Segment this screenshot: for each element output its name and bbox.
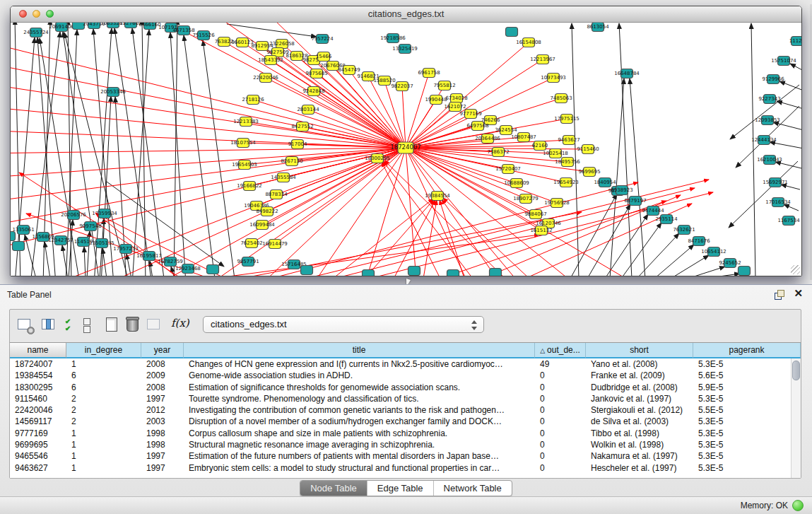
graph-node[interactable] (447, 270, 459, 276)
graph-node-label: 7957224 (311, 36, 334, 42)
column-header-short[interactable]: short (586, 343, 693, 358)
citation-edge[interactable] (227, 24, 317, 37)
citation-edge[interactable] (333, 199, 433, 276)
citation-edge[interactable] (630, 78, 645, 276)
select-columns-button[interactable]: ✔ ✔ (65, 318, 81, 334)
graph-node-label: 7485063 (550, 95, 572, 101)
citation-edge[interactable] (751, 23, 755, 276)
cell-year: 2003 (141, 416, 184, 427)
citation-edge[interactable] (671, 255, 709, 276)
citation-edge[interactable] (107, 23, 406, 148)
delete-column-button[interactable] (125, 317, 141, 332)
tab-network-table[interactable]: Network Table (433, 481, 512, 496)
graph-node[interactable] (408, 267, 420, 276)
citation-edge[interactable] (406, 107, 455, 148)
citation-edge[interactable] (170, 33, 186, 276)
citation-edge[interactable] (98, 214, 225, 276)
table-row[interactable]: 946362711997Embryonic stem cells: a mode… (10, 462, 801, 474)
table-selector-dropdown[interactable]: citations_edges.txt (203, 316, 484, 333)
citation-edge[interactable] (45, 242, 50, 276)
table-row[interactable]: 1830029562008Estimation of significance … (10, 382, 801, 393)
citation-edge[interactable] (704, 274, 740, 276)
citation-edge[interactable] (383, 161, 473, 276)
citation-edge[interactable] (730, 85, 799, 139)
sort-ascending-icon: △ (540, 347, 545, 354)
cell-out_degree: 0 (535, 416, 586, 427)
graph-node[interactable] (207, 265, 219, 274)
citation-edge[interactable] (605, 214, 648, 276)
graph-node[interactable] (363, 270, 375, 276)
tab-node-table[interactable]: Node Table (300, 481, 367, 496)
graph-node[interactable] (739, 267, 751, 276)
citation-nodes: 2435572420691406204371910653287152760264… (11, 23, 801, 276)
citation-edge[interactable] (406, 148, 474, 276)
column-header-pagerank[interactable]: pagerank (693, 343, 801, 358)
tab-edge-table[interactable]: Edge Table (367, 481, 433, 496)
citation-edge[interactable] (654, 245, 694, 276)
citation-edge[interactable] (126, 254, 131, 276)
graph-node[interactable] (13, 242, 25, 251)
window-resize-grip[interactable] (791, 265, 800, 274)
table-row[interactable]: 969969511998Structural magnetic resonanc… (10, 439, 801, 450)
column-header-title[interactable]: title (184, 343, 535, 358)
citation-edge[interactable] (308, 110, 406, 148)
create-column-button[interactable] (104, 317, 119, 332)
graph-node-label: 9857791 (237, 259, 259, 264)
graph-node[interactable] (301, 266, 313, 275)
table-row[interactable]: 1872400712008Changes of HCN gene express… (10, 358, 801, 370)
citation-edge[interactable] (184, 35, 216, 276)
citation-edge[interactable] (610, 78, 624, 276)
column-header-year[interactable]: year (141, 343, 184, 358)
window-title: citations_edges.txt (11, 6, 801, 22)
column-header-out-degree[interactable]: △out_de... (535, 343, 586, 358)
citation-edge[interactable] (102, 248, 107, 276)
close-traffic-light-icon[interactable] (19, 10, 27, 18)
table-mode-button[interactable] (17, 317, 33, 332)
citation-edge[interactable] (271, 60, 406, 148)
citation-edge[interactable] (203, 40, 235, 276)
table-row[interactable]: 946554611997Estimation of the future num… (10, 450, 801, 462)
citation-edge[interactable] (365, 199, 434, 276)
citation-edge[interactable] (306, 180, 709, 276)
graph-node[interactable] (490, 269, 502, 276)
column-header-name[interactable]: name (10, 343, 66, 358)
graph-node[interactable] (11, 232, 16, 241)
float-panel-icon[interactable] (775, 290, 784, 299)
table-row[interactable]: 1456911722003Disruption of a novel membe… (10, 416, 801, 427)
graph-node[interactable] (506, 28, 518, 37)
table-row[interactable]: 977716911998Corpus callosum shape and si… (10, 428, 801, 439)
row-height-button[interactable] (83, 317, 99, 333)
citation-edge[interactable] (773, 122, 801, 130)
table-vertical-scrollbar[interactable] (791, 358, 801, 478)
network-graph-canvas[interactable]: 2435572420691406204371910653287152760264… (11, 23, 801, 276)
zoom-traffic-light-icon[interactable] (46, 10, 54, 18)
table-row[interactable]: 1938455462009Genome-wide association stu… (10, 370, 801, 381)
citation-edge[interactable] (361, 148, 406, 276)
citation-edge[interactable] (406, 148, 418, 276)
scrollbar-thumb[interactable] (792, 361, 800, 380)
citation-edge[interactable] (440, 200, 464, 276)
graph-node-label: 19218586 (380, 35, 406, 41)
citation-edge[interactable] (406, 148, 437, 196)
citation-edge[interactable] (15, 23, 20, 276)
function-builder-button[interactable]: f(x) (171, 315, 187, 331)
citation-edge[interactable] (132, 28, 165, 276)
show-column-button[interactable] (41, 317, 57, 332)
column-header-in-degree[interactable]: in_degree (66, 343, 141, 358)
table-row[interactable]: 2242004622012Investigating the contribut… (10, 404, 801, 416)
cell-year: 1998 (141, 428, 184, 439)
citation-edge[interactable] (688, 267, 725, 276)
citation-edge[interactable] (11, 106, 406, 148)
citation-edge[interactable] (790, 64, 801, 71)
minimize-traffic-light-icon[interactable] (33, 10, 40, 18)
table-row[interactable]: 911546021997Tourette syndrome. Phenomeno… (10, 393, 801, 404)
close-panel-icon[interactable]: ✕ (794, 287, 803, 300)
citation-edge[interactable] (619, 23, 632, 276)
cell-name: 18300295 (10, 382, 66, 393)
citation-edge[interactable] (11, 40, 406, 148)
graph-node-label: 9227343 (758, 96, 780, 102)
citation-edge[interactable] (314, 91, 406, 148)
citation-edge[interactable] (440, 201, 666, 276)
citation-edge[interactable] (84, 247, 86, 276)
window-titlebar[interactable]: citations_edges.txt (11, 6, 801, 23)
